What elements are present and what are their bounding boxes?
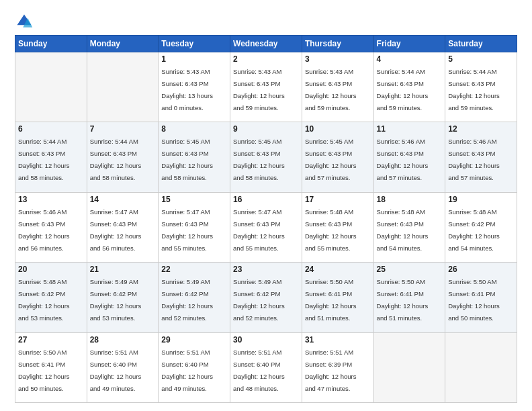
day-number: 13 (18, 195, 84, 204)
calendar-week-row: 1Sunrise: 5:43 AM Sunset: 6:43 PM Daylig… (15, 52, 517, 122)
day-info: Sunrise: 5:44 AM Sunset: 6:43 PM Dayligh… (18, 138, 70, 181)
logo (15, 12, 36, 31)
day-number: 21 (90, 265, 156, 274)
calendar-cell: 17Sunrise: 5:48 AM Sunset: 6:43 PM Dayli… (302, 192, 373, 262)
calendar-cell (445, 332, 517, 402)
calendar-cell: 30Sunrise: 5:51 AM Sunset: 6:40 PM Dayli… (230, 332, 302, 402)
day-number: 19 (448, 195, 514, 204)
calendar-cell: 25Sunrise: 5:50 AM Sunset: 6:41 PM Dayli… (373, 263, 445, 332)
day-number: 30 (233, 335, 299, 345)
day-number: 10 (305, 124, 371, 134)
calendar-cell: 20Sunrise: 5:48 AM Sunset: 6:42 PM Dayli… (15, 263, 87, 332)
day-number: 4 (377, 54, 443, 64)
calendar-cell: 16Sunrise: 5:47 AM Sunset: 6:43 PM Dayli… (230, 192, 302, 262)
day-info: Sunrise: 5:45 AM Sunset: 6:43 PM Dayligh… (161, 138, 213, 181)
top-section (15, 12, 517, 31)
day-info: Sunrise: 5:50 AM Sunset: 6:41 PM Dayligh… (448, 278, 500, 322)
day-info: Sunrise: 5:50 AM Sunset: 6:41 PM Dayligh… (305, 278, 357, 322)
calendar-cell: 7Sunrise: 5:44 AM Sunset: 6:43 PM Daylig… (87, 122, 159, 192)
weekday-header-saturday: Saturday (445, 36, 517, 52)
day-number: 27 (18, 335, 84, 345)
calendar-cell: 10Sunrise: 5:45 AM Sunset: 6:43 PM Dayli… (302, 122, 373, 192)
day-info: Sunrise: 5:48 AM Sunset: 6:43 PM Dayligh… (377, 208, 429, 252)
calendar-cell: 11Sunrise: 5:46 AM Sunset: 6:43 PM Dayli… (373, 122, 445, 192)
calendar-cell: 29Sunrise: 5:51 AM Sunset: 6:40 PM Dayli… (159, 332, 230, 402)
day-number: 12 (448, 124, 514, 134)
calendar-cell: 31Sunrise: 5:51 AM Sunset: 6:39 PM Dayli… (302, 332, 373, 402)
calendar-cell: 24Sunrise: 5:50 AM Sunset: 6:41 PM Dayli… (302, 263, 373, 332)
day-number: 1 (161, 54, 227, 64)
day-info: Sunrise: 5:46 AM Sunset: 6:43 PM Dayligh… (18, 208, 70, 252)
calendar-cell: 13Sunrise: 5:46 AM Sunset: 6:43 PM Dayli… (15, 192, 87, 262)
day-number: 24 (305, 265, 371, 274)
calendar-cell: 1Sunrise: 5:43 AM Sunset: 6:43 PM Daylig… (159, 52, 230, 122)
weekday-header-row: SundayMondayTuesdayWednesdayThursdayFrid… (15, 36, 517, 52)
day-number: 7 (90, 124, 156, 134)
day-info: Sunrise: 5:44 AM Sunset: 6:43 PM Dayligh… (90, 138, 142, 181)
calendar-cell: 26Sunrise: 5:50 AM Sunset: 6:41 PM Dayli… (445, 263, 517, 332)
calendar-cell: 2Sunrise: 5:43 AM Sunset: 6:43 PM Daylig… (230, 52, 302, 122)
day-number: 3 (305, 54, 371, 64)
day-info: Sunrise: 5:49 AM Sunset: 6:42 PM Dayligh… (233, 278, 285, 322)
calendar-cell: 15Sunrise: 5:47 AM Sunset: 6:43 PM Dayli… (159, 192, 230, 262)
day-info: Sunrise: 5:48 AM Sunset: 6:43 PM Dayligh… (305, 208, 357, 252)
calendar-cell: 27Sunrise: 5:50 AM Sunset: 6:41 PM Dayli… (15, 332, 87, 402)
day-number: 23 (233, 265, 299, 274)
day-info: Sunrise: 5:45 AM Sunset: 6:43 PM Dayligh… (233, 138, 285, 181)
day-info: Sunrise: 5:46 AM Sunset: 6:43 PM Dayligh… (448, 138, 500, 181)
weekday-header-tuesday: Tuesday (159, 36, 230, 52)
day-number: 18 (377, 195, 443, 204)
day-number: 25 (377, 265, 443, 274)
calendar-cell: 19Sunrise: 5:48 AM Sunset: 6:42 PM Dayli… (445, 192, 517, 262)
day-info: Sunrise: 5:50 AM Sunset: 6:41 PM Dayligh… (377, 278, 429, 322)
day-info: Sunrise: 5:47 AM Sunset: 6:43 PM Dayligh… (233, 208, 285, 252)
day-number: 9 (233, 124, 299, 134)
day-number: 26 (448, 265, 514, 274)
calendar-cell: 22Sunrise: 5:49 AM Sunset: 6:42 PM Dayli… (159, 263, 230, 332)
weekday-header-thursday: Thursday (302, 36, 373, 52)
calendar-cell: 4Sunrise: 5:44 AM Sunset: 6:43 PM Daylig… (373, 52, 445, 122)
calendar-cell: 5Sunrise: 5:44 AM Sunset: 6:43 PM Daylig… (445, 52, 517, 122)
day-number: 17 (305, 195, 371, 204)
day-info: Sunrise: 5:46 AM Sunset: 6:43 PM Dayligh… (377, 138, 429, 181)
weekday-header-monday: Monday (87, 36, 159, 52)
logo-icon (15, 12, 34, 31)
calendar-cell (87, 52, 159, 122)
day-info: Sunrise: 5:48 AM Sunset: 6:42 PM Dayligh… (18, 278, 70, 322)
day-info: Sunrise: 5:51 AM Sunset: 6:39 PM Dayligh… (305, 349, 357, 392)
day-number: 20 (18, 265, 84, 274)
day-info: Sunrise: 5:51 AM Sunset: 6:40 PM Dayligh… (161, 349, 213, 392)
calendar-week-row: 13Sunrise: 5:46 AM Sunset: 6:43 PM Dayli… (15, 192, 517, 262)
day-info: Sunrise: 5:51 AM Sunset: 6:40 PM Dayligh… (233, 349, 285, 392)
day-info: Sunrise: 5:47 AM Sunset: 6:43 PM Dayligh… (161, 208, 213, 252)
day-number: 29 (161, 335, 227, 345)
calendar: SundayMondayTuesdayWednesdayThursdayFrid… (15, 35, 517, 403)
day-number: 5 (448, 54, 514, 64)
day-number: 2 (233, 54, 299, 64)
calendar-week-row: 6Sunrise: 5:44 AM Sunset: 6:43 PM Daylig… (15, 122, 517, 192)
day-number: 16 (233, 195, 299, 204)
day-info: Sunrise: 5:43 AM Sunset: 6:43 PM Dayligh… (161, 68, 213, 111)
calendar-cell: 9Sunrise: 5:45 AM Sunset: 6:43 PM Daylig… (230, 122, 302, 192)
calendar-cell (15, 52, 87, 122)
day-number: 14 (90, 195, 156, 204)
calendar-cell: 21Sunrise: 5:49 AM Sunset: 6:42 PM Dayli… (87, 263, 159, 332)
calendar-cell: 23Sunrise: 5:49 AM Sunset: 6:42 PM Dayli… (230, 263, 302, 332)
day-info: Sunrise: 5:50 AM Sunset: 6:41 PM Dayligh… (18, 349, 70, 392)
day-info: Sunrise: 5:49 AM Sunset: 6:42 PM Dayligh… (90, 278, 142, 322)
day-info: Sunrise: 5:45 AM Sunset: 6:43 PM Dayligh… (305, 138, 357, 181)
day-number: 15 (161, 195, 227, 204)
weekday-header-wednesday: Wednesday (230, 36, 302, 52)
day-info: Sunrise: 5:49 AM Sunset: 6:42 PM Dayligh… (161, 278, 213, 322)
day-info: Sunrise: 5:44 AM Sunset: 6:43 PM Dayligh… (448, 68, 500, 111)
calendar-week-row: 20Sunrise: 5:48 AM Sunset: 6:42 PM Dayli… (15, 263, 517, 332)
day-info: Sunrise: 5:48 AM Sunset: 6:42 PM Dayligh… (448, 208, 500, 252)
calendar-cell: 8Sunrise: 5:45 AM Sunset: 6:43 PM Daylig… (159, 122, 230, 192)
day-number: 11 (377, 124, 443, 134)
weekday-header-friday: Friday (373, 36, 445, 52)
day-info: Sunrise: 5:43 AM Sunset: 6:43 PM Dayligh… (233, 68, 285, 111)
calendar-cell: 14Sunrise: 5:47 AM Sunset: 6:43 PM Dayli… (87, 192, 159, 262)
day-number: 31 (305, 335, 371, 345)
day-number: 28 (90, 335, 156, 345)
day-number: 8 (161, 124, 227, 134)
